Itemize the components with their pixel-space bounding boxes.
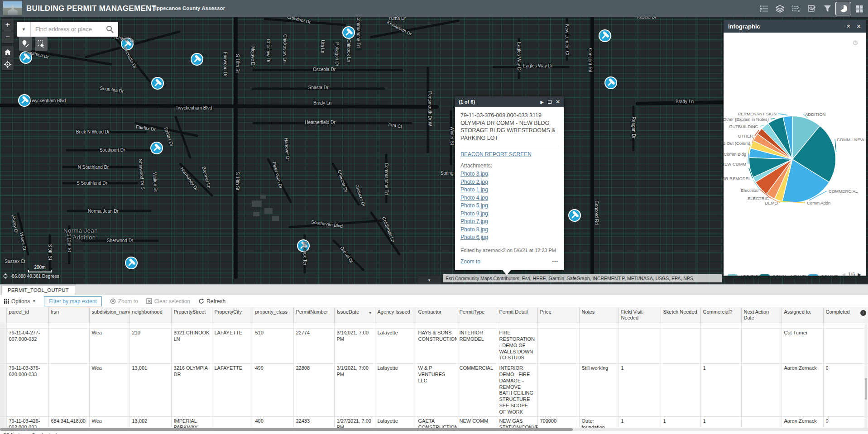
permit-marker[interactable]: [343, 27, 355, 38]
permit-marker[interactable]: [19, 95, 30, 106]
table-row[interactable]: 79-11-03-426-002.000-033684,341,418.00We…: [0, 417, 868, 428]
home-button[interactable]: [2, 46, 14, 58]
legend-chip: [728, 274, 738, 276]
options-menu-button[interactable]: Options ▼: [4, 298, 36, 305]
popup-dock-icon[interactable]: [548, 100, 551, 104]
column-header[interactable]: IssueDate▼: [334, 307, 375, 323]
permit-marker[interactable]: [121, 38, 133, 50]
crosshair-icon[interactable]: [3, 273, 8, 279]
popup-close-icon[interactable]: ✕: [556, 99, 560, 105]
column-header[interactable]: PermitType: [457, 307, 497, 323]
pie-chart[interactable]: [749, 116, 835, 202]
permit-marker[interactable]: [151, 142, 163, 154]
select-tool-button[interactable]: [35, 37, 48, 51]
filter-by-map-extent-button[interactable]: Filter by map extent: [44, 296, 101, 306]
row-handle[interactable]: [0, 323, 6, 329]
column-options-icon[interactable]: +: [860, 310, 866, 316]
infographic-panel-header[interactable]: Infographic « ✕: [724, 20, 866, 33]
search-input[interactable]: [31, 22, 101, 37]
column-header[interactable]: Sketch Needed: [661, 307, 700, 323]
panel-close-icon[interactable]: ✕: [856, 24, 861, 29]
column-header[interactable]: Commercial?: [700, 307, 741, 323]
attachment-link[interactable]: Photo 1.jpg: [460, 186, 488, 193]
search-source-dropdown[interactable]: ▼: [17, 22, 31, 37]
column-header[interactable]: Field Visit Needed: [619, 307, 661, 323]
popup-next-icon[interactable]: ▶: [540, 100, 544, 105]
column-header[interactable]: Assigned to:: [782, 307, 823, 323]
table-collapse-toggle[interactable]: ▼: [418, 276, 441, 284]
infographic-icon[interactable]: [835, 2, 851, 15]
popup-header[interactable]: (1 of 6) ▶ ✕: [455, 96, 564, 107]
column-header[interactable]: neighborhood: [129, 307, 171, 323]
popup-more-icon[interactable]: •••: [552, 259, 558, 264]
row-handle[interactable]: [0, 417, 6, 428]
table-row[interactable]: [0, 323, 868, 329]
permit-marker[interactable]: [20, 52, 32, 63]
zoom-out-button[interactable]: −: [2, 31, 14, 43]
filter-icon[interactable]: [820, 2, 835, 15]
popup-body: 79-11-03-376-008.000-033 3119 OLYMPIA DR…: [455, 107, 564, 270]
tab-permit-tool-output[interactable]: PERMIT_TOOL_OUTPUT: [1, 285, 75, 296]
attachment-link[interactable]: Photo 8.jpg: [460, 226, 488, 233]
column-header[interactable]: Next Action Date: [741, 307, 782, 323]
legend-chip: [760, 274, 770, 276]
attachment-link[interactable]: Photo 4.jpg: [460, 195, 488, 201]
column-header[interactable]: parcel_id: [6, 307, 48, 323]
zoom-to-button[interactable]: Zoom to: [110, 298, 138, 305]
panel-collapse-icon[interactable]: «: [847, 23, 851, 29]
legend-item[interactable]: COMMERCIAL: [808, 274, 838, 276]
legend-icon[interactable]: [756, 2, 772, 15]
legend-item[interactable]: COMM - NEW BLDG: [760, 274, 814, 276]
permit-marker[interactable]: [297, 240, 309, 252]
column-header[interactable]: Notes: [579, 307, 619, 323]
column-header[interactable]: PropertyStreet: [171, 307, 212, 323]
permit-marker[interactable]: [605, 77, 617, 89]
legend-next-icon[interactable]: ▶: [858, 272, 861, 276]
zoom-in-button[interactable]: +: [2, 19, 14, 31]
attachment-link[interactable]: Photo 5.jpg: [460, 202, 488, 209]
attachment-link[interactable]: Photo 3.jpg: [460, 171, 488, 177]
permit-marker[interactable]: [125, 257, 137, 269]
layers-icon[interactable]: [772, 2, 788, 15]
search-icon[interactable]: [101, 22, 118, 37]
column-header[interactable]: subdivision_name: [89, 307, 129, 323]
column-header[interactable]: property_class: [253, 307, 293, 323]
table-row[interactable]: 79-11-03-376-020.000-033Wea13,0013216 OL…: [0, 364, 868, 417]
row-handle[interactable]: [0, 364, 6, 417]
column-header[interactable]: Agency Issued: [375, 307, 416, 323]
zoom-to-link[interactable]: Zoom to: [460, 258, 480, 265]
row-handle[interactable]: [0, 329, 6, 364]
beacon-report-link[interactable]: BEACON REPORT SCREEN: [460, 151, 532, 157]
permit-marker[interactable]: [569, 210, 580, 221]
column-header[interactable]: Permit Detail: [497, 307, 537, 323]
permit-marker[interactable]: [152, 77, 163, 89]
column-header[interactable]: Completed+: [823, 307, 868, 323]
permit-marker[interactable]: [191, 53, 203, 65]
clear-selection-button[interactable]: Clear selection: [146, 298, 190, 305]
apps-grid-icon[interactable]: [851, 2, 867, 15]
column-header[interactable]: lrsn: [48, 307, 89, 323]
sort-desc-icon[interactable]: ▼: [369, 311, 372, 315]
svg-text:B: B: [798, 10, 800, 12]
legend-item[interactable]: ADDITION: [728, 274, 762, 276]
gear-icon[interactable]: ⚙: [853, 39, 858, 47]
column-header[interactable]: PropertyCity: [212, 307, 253, 323]
table-horizontal-scrollbar[interactable]: [0, 428, 868, 431]
attachment-link[interactable]: Photo 7.jpg: [460, 218, 488, 224]
table-cell: 1: [700, 364, 741, 417]
table-vertical-scrollbar[interactable]: [864, 320, 868, 428]
draw-point-tool-button[interactable]: [19, 37, 32, 51]
column-header[interactable]: Price: [537, 307, 579, 323]
attachment-link[interactable]: Photo 6.jpg: [460, 234, 488, 240]
column-header[interactable]: PermitNumber: [293, 307, 334, 323]
permit-marker[interactable]: [599, 30, 611, 42]
directions-icon[interactable]: AB: [788, 2, 804, 15]
attachment-link[interactable]: Photo 2.jpg: [460, 179, 488, 185]
table-row[interactable]: 79-11-04-277-007.000-032Wea2103021 CHINO…: [0, 329, 868, 364]
locate-button[interactable]: [2, 58, 14, 70]
legend-prev-icon[interactable]: ◀: [842, 272, 845, 276]
refresh-button[interactable]: Refresh: [198, 298, 225, 305]
attachment-link[interactable]: Photo 9.jpg: [460, 210, 488, 217]
column-header[interactable]: Contractor: [416, 307, 457, 323]
edit-icon[interactable]: [804, 2, 820, 15]
